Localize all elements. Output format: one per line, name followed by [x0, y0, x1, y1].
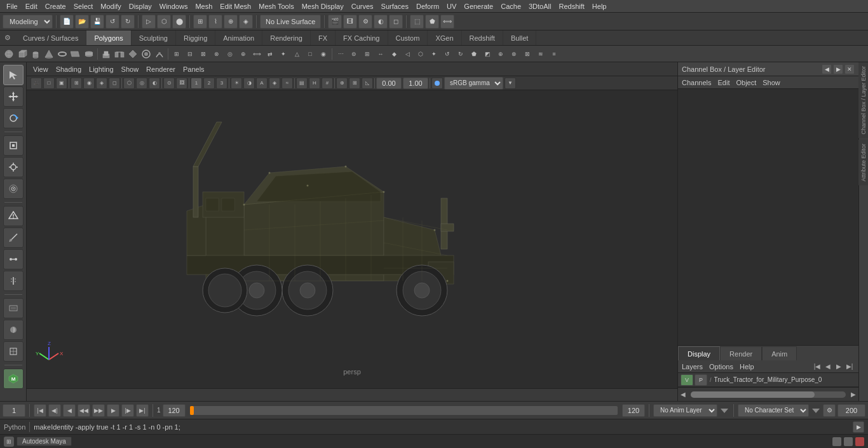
menu-redshift[interactable]: Redshift: [555, 0, 588, 12]
render-settings-btn[interactable]: ⚙: [358, 15, 372, 29]
torus-tool[interactable]: [56, 48, 69, 60]
vp-smooth-none-btn[interactable]: 1: [191, 78, 202, 89]
move-tool-btn[interactable]: [3, 86, 24, 107]
hypershade-btn[interactable]: ◐: [374, 15, 388, 29]
extrude-tool[interactable]: [100, 48, 112, 60]
vp-wireframe-on-shaded-btn[interactable]: ⊞: [349, 78, 360, 89]
workspace-selector[interactable]: Modeling: [3, 15, 53, 29]
layer-scroll-left-btn[interactable]: ◀: [678, 390, 688, 400]
combine-tool[interactable]: ⊞: [170, 48, 183, 60]
layer-first-btn[interactable]: |◀: [812, 362, 822, 372]
menu-3dto-all[interactable]: 3DtoAll: [525, 0, 555, 12]
target-weld-tool[interactable]: ⊕: [494, 48, 507, 60]
layer-scroll-right-btn[interactable]: ▶: [848, 390, 858, 400]
char-set-dropdown-btn[interactable]: [811, 405, 821, 416]
transfer-attr-tool[interactable]: ⇄: [264, 48, 276, 60]
xform-constraint-btn[interactable]: ⬚: [410, 15, 424, 29]
layer-visibility-btn[interactable]: V: [681, 374, 693, 386]
anim-go-start-btn[interactable]: |◀: [34, 404, 46, 417]
vp-colorspace-arrow[interactable]: ▼: [505, 78, 516, 89]
smooth-tool[interactable]: ◎: [224, 48, 236, 60]
menu-file[interactable]: File: [3, 0, 22, 12]
open-file-btn[interactable]: 📂: [75, 15, 89, 29]
anim-prev-frame-btn[interactable]: ◀|: [48, 404, 61, 417]
vp-ao-btn[interactable]: ◑: [243, 78, 255, 89]
soft-select-btn[interactable]: ⬟: [425, 15, 439, 29]
vp-gate-mask-btn[interactable]: ▤: [296, 78, 308, 89]
mirror-tool[interactable]: ⟺: [250, 48, 263, 60]
duplicate-face-tool[interactable]: ⬡: [414, 48, 427, 60]
vp-smooth-2-btn[interactable]: 3: [216, 78, 227, 89]
poke-tool[interactable]: ✦: [428, 48, 440, 60]
undo-btn[interactable]: ↺: [105, 15, 119, 29]
vp-shadow-btn[interactable]: ☀: [231, 78, 242, 89]
range-end-input[interactable]: [622, 404, 645, 417]
le-menu-layers[interactable]: Layers: [682, 363, 703, 370]
bridge-tool[interactable]: [113, 48, 126, 60]
flip-edge-tool[interactable]: ↻: [454, 48, 467, 60]
vp-wireframe-shaded-btn[interactable]: ⊞: [71, 78, 82, 89]
window-icon[interactable]: ⊞: [4, 437, 14, 447]
minimize-btn[interactable]: [832, 437, 841, 446]
tab-display[interactable]: Display: [678, 346, 720, 360]
coord-scale-input[interactable]: [403, 78, 428, 89]
merge-edge-tool[interactable]: ⊗: [508, 48, 520, 60]
tab-fx[interactable]: FX: [311, 31, 336, 45]
layer-scroll-track[interactable]: [691, 391, 846, 398]
anim-prev-key-btn[interactable]: ◀: [63, 404, 76, 417]
menu-create[interactable]: Create: [41, 0, 70, 12]
sphere-tool[interactable]: [3, 48, 15, 60]
layer-next-btn[interactable]: ▶: [834, 362, 844, 372]
render-view-btn[interactable]: ◻: [389, 15, 403, 29]
vp-resolution-btn[interactable]: ▣: [56, 78, 67, 89]
anim-go-end-btn[interactable]: ▶|: [136, 404, 149, 417]
layer-last-btn[interactable]: ▶|: [844, 362, 855, 372]
detach-component-tool[interactable]: ⊠: [521, 48, 534, 60]
timeline-scrubber-handle[interactable]: [190, 406, 194, 415]
tab-redshift[interactable]: Redshift: [462, 31, 503, 45]
maximize-btn[interactable]: [844, 437, 853, 446]
vp-smooth-shade-btn[interactable]: ◉: [83, 78, 95, 89]
anim-next-key-btn[interactable]: ▶: [107, 404, 119, 417]
select-tool-btn[interactable]: [3, 65, 24, 85]
layer-scrollbar[interactable]: ◀ ▶: [678, 387, 858, 401]
window-title-bar[interactable]: Autodesk Maya: [17, 437, 72, 446]
cone-tool[interactable]: [43, 48, 55, 60]
edge-loop-tool[interactable]: ⋯: [334, 48, 347, 60]
vp-menu-lighting[interactable]: Lighting: [86, 65, 116, 73]
vp-sel-highlight-btn[interactable]: ⊕: [336, 78, 348, 89]
vp-hud-btn[interactable]: H: [309, 78, 320, 89]
collapse-tool[interactable]: ◆: [388, 48, 400, 60]
le-menu-help[interactable]: Help: [740, 363, 754, 370]
lattice-btn[interactable]: [3, 341, 24, 362]
menu-surfaces[interactable]: Surfaces: [377, 0, 412, 12]
cb-menu-object[interactable]: Object: [736, 79, 756, 86]
fill-holes-tool[interactable]: ◉: [317, 48, 330, 60]
cube-tool[interactable]: [16, 48, 29, 60]
save-file-btn[interactable]: 💾: [90, 15, 104, 29]
vp-film-gate-btn[interactable]: □: [43, 78, 55, 89]
tab-rigging[interactable]: Rigging: [176, 31, 215, 45]
menu-display[interactable]: Display: [125, 0, 156, 12]
snap-curve-btn[interactable]: ⌇: [208, 15, 222, 29]
anim-play-back-btn[interactable]: ◀◀: [78, 404, 90, 417]
offset-edge-btn[interactable]: [3, 271, 24, 291]
close-btn[interactable]: [855, 437, 864, 446]
no-anim-layer-select[interactable]: No Anim Layer: [653, 404, 717, 417]
layer-prev-btn[interactable]: ◀: [823, 362, 833, 372]
layer-playback-btn[interactable]: P: [695, 374, 707, 386]
menu-cache[interactable]: Cache: [497, 0, 525, 12]
playback-end-input[interactable]: [163, 404, 186, 417]
settings-icon[interactable]: ⚙: [0, 31, 15, 46]
tab-custom[interactable]: Custom: [388, 31, 428, 45]
layer-name-label[interactable]: Truck_Tractor_for_Military_Purpose_0: [714, 376, 856, 383]
menu-windows[interactable]: Windows: [156, 0, 192, 12]
anim-next-frame-btn[interactable]: |▶: [121, 404, 134, 417]
cb-menu-channels[interactable]: Channels: [682, 79, 711, 86]
multicut-btn[interactable]: [3, 227, 24, 248]
plane-tool[interactable]: [69, 48, 82, 60]
tab-xgen[interactable]: XGen: [428, 31, 461, 45]
avg-vertices-tool[interactable]: ⊕: [237, 48, 250, 60]
menu-curves[interactable]: Curves: [348, 0, 377, 12]
menu-edit-mesh[interactable]: Edit Mesh: [216, 0, 255, 12]
